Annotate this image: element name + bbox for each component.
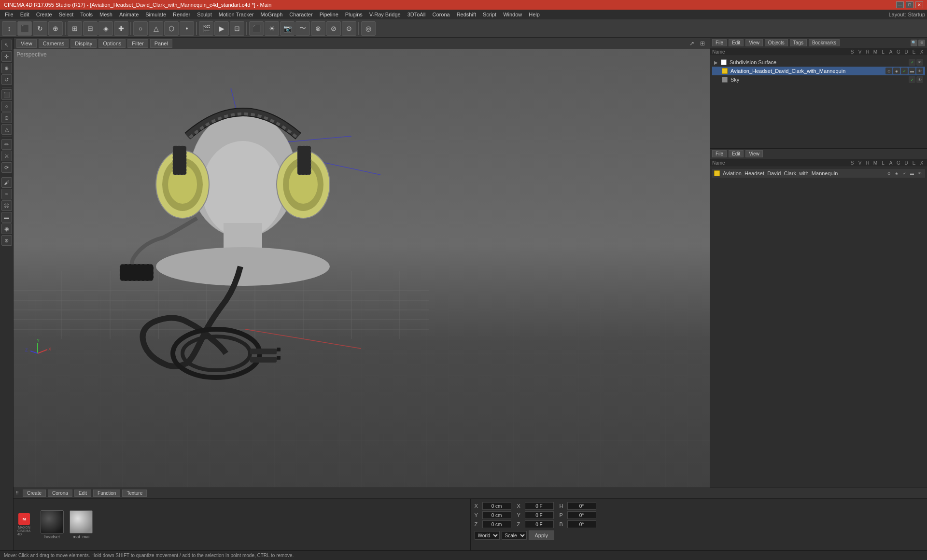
sidebar-rotate[interactable]: ↺ xyxy=(1,74,12,85)
viewport-canvas[interactable]: X Y Z Perspective Grid Spacing : 10 cm xyxy=(14,49,710,537)
menu-pipeline[interactable]: Pipeline xyxy=(317,11,341,18)
menu-file[interactable]: File xyxy=(2,11,16,18)
x-size-input[interactable] xyxy=(525,502,554,510)
sidebar-pen[interactable]: ✏ xyxy=(1,139,12,150)
obj-icon-sky-1[interactable]: ✓ xyxy=(909,76,915,83)
sidebar-sphere[interactable]: ○ xyxy=(1,101,12,112)
world-dropdown[interactable]: World xyxy=(475,531,500,540)
z-size-input[interactable] xyxy=(525,520,554,528)
obj-icon-sky-2[interactable]: 👁 xyxy=(916,76,923,83)
menu-select[interactable]: Select xyxy=(56,11,77,18)
obj-icon-check[interactable]: ✓ xyxy=(909,59,915,66)
toolbar-point-mode[interactable]: • xyxy=(180,21,194,36)
sidebar-move[interactable]: ✛ xyxy=(1,51,12,62)
x-pos-input[interactable] xyxy=(482,502,511,510)
vp-tab-display[interactable]: Display xyxy=(70,39,97,48)
sidebar-cone[interactable]: △ xyxy=(1,124,12,135)
mat-tab-function[interactable]: Function xyxy=(93,490,120,497)
toolbar-render[interactable]: ▶ xyxy=(214,21,229,36)
b-input[interactable] xyxy=(567,520,596,528)
attr-selected-item[interactable]: Aviation_Headset_David_Clark_with_Manneq… xyxy=(712,169,925,178)
menu-script[interactable]: Script xyxy=(480,11,499,18)
apply-button[interactable]: Apply xyxy=(529,531,555,540)
menu-window[interactable]: Window xyxy=(500,11,525,18)
sidebar-sculpt[interactable]: ⌘ xyxy=(1,200,12,211)
mat-tab-create[interactable]: Create xyxy=(23,490,46,497)
vp-tab-cameras[interactable]: Cameras xyxy=(39,39,69,48)
obj-mgr-icon-1[interactable]: 🔍 xyxy=(911,40,917,46)
attr-icon-3[interactable]: ✓ xyxy=(901,170,908,177)
attr-icon-4[interactable]: ▬ xyxy=(909,170,915,177)
sidebar-loop[interactable]: ⟳ xyxy=(1,162,12,173)
obj-tags-menu[interactable]: Tags xyxy=(790,39,807,46)
toolbar-render-view[interactable]: 🎬 xyxy=(199,21,213,36)
obj-bookmarks-menu[interactable]: Bookmarks xyxy=(809,39,840,46)
vp-layout-icon[interactable]: ⊞ xyxy=(698,39,707,48)
toolbar-poly-mode[interactable]: △ xyxy=(149,21,163,36)
mat-item-main[interactable]: mat_mai xyxy=(70,510,93,539)
menu-motion-tracker[interactable]: Motion Tracker xyxy=(216,11,257,18)
menu-edit[interactable]: Edit xyxy=(17,11,32,18)
toolbar-move-tool[interactable]: ↕ xyxy=(2,21,16,36)
sidebar-wax[interactable]: ⊛ xyxy=(1,235,12,246)
attr-icon-2[interactable]: ◈ xyxy=(893,170,900,177)
menu-plugins[interactable]: Plugins xyxy=(342,11,365,18)
obj-icon-headset-5[interactable]: 👁 xyxy=(916,68,923,74)
toolbar-select-tool[interactable]: ⬛ xyxy=(17,21,32,36)
obj-edit-menu[interactable]: Edit xyxy=(729,39,744,46)
vp-maximize-icon[interactable]: ↗ xyxy=(688,39,696,48)
sidebar-select[interactable]: ↖ xyxy=(1,40,12,50)
vp-tab-filter[interactable]: Filter xyxy=(127,39,148,48)
attr-edit-menu[interactable]: Edit xyxy=(729,150,744,157)
attr-view-menu[interactable]: View xyxy=(745,150,763,157)
attr-icon-1[interactable]: ⊙ xyxy=(885,170,892,177)
toolbar-obj-mode[interactable]: ○ xyxy=(133,21,148,36)
close-button[interactable]: ✕ xyxy=(915,1,923,8)
toolbar-render-region[interactable]: ⊡ xyxy=(230,21,244,36)
obj-objects-menu[interactable]: Objects xyxy=(765,39,788,46)
sidebar-knife[interactable]: ⚔ xyxy=(1,151,12,161)
h-input[interactable] xyxy=(567,502,596,510)
toolbar-light[interactable]: ☀ xyxy=(265,21,279,36)
obj-item-subdivision[interactable]: ▶ Subdivision Surface ✓ 👁 xyxy=(712,58,925,67)
minimize-button[interactable]: — xyxy=(896,1,904,8)
obj-icon-headset-3[interactable]: ✓ xyxy=(901,68,908,74)
y-size-input[interactable] xyxy=(525,511,554,519)
sidebar-flatten[interactable]: ▬ xyxy=(1,212,12,223)
toolbar-rotate-tool[interactable]: ↻ xyxy=(33,21,47,36)
menu-tools[interactable]: Tools xyxy=(77,11,96,18)
toolbar-axis[interactable]: ✚ xyxy=(114,21,128,36)
mat-tab-edit[interactable]: Edit xyxy=(74,490,91,497)
scale-dropdown[interactable]: Scale xyxy=(502,531,527,540)
toolbar-deformer[interactable]: ⊘ xyxy=(326,21,341,36)
attr-icon-5[interactable]: 👁 xyxy=(916,170,923,177)
sidebar-paint[interactable]: 🖌 xyxy=(1,177,12,188)
toolbar-workplane[interactable]: ◈ xyxy=(98,21,113,36)
obj-mgr-icon-2[interactable]: ⊕ xyxy=(918,40,925,46)
obj-item-sky[interactable]: Sky ✓ 👁 xyxy=(712,75,925,84)
sidebar-smooth[interactable]: ≈ xyxy=(1,189,12,199)
obj-icon-headset-2[interactable]: ◈ xyxy=(893,68,900,74)
p-input[interactable] xyxy=(567,511,596,519)
toolbar-grid[interactable]: ⊟ xyxy=(83,21,98,36)
menu-animate[interactable]: Animate xyxy=(116,11,141,18)
obj-icon-headset-4[interactable]: ▬ xyxy=(909,68,915,74)
mat-item-headset[interactable]: headset xyxy=(41,510,64,539)
toolbar-scale-tool[interactable]: ⊕ xyxy=(48,21,63,36)
menu-help[interactable]: Help xyxy=(526,11,543,18)
obj-icon-headset-1[interactable]: ⊙ xyxy=(885,68,892,74)
menu-redshift[interactable]: Redshift xyxy=(454,11,479,18)
toolbar-material[interactable]: ◎ xyxy=(361,21,376,36)
sidebar-scale[interactable]: ⊕ xyxy=(1,63,12,73)
menu-vray[interactable]: V-Ray Bridge xyxy=(366,11,404,18)
attr-file-menu[interactable]: File xyxy=(712,150,727,157)
sidebar-cylinder[interactable]: ⊙ xyxy=(1,112,12,123)
menu-mograph[interactable]: MoGraph xyxy=(257,11,285,18)
obj-icon-vis[interactable]: 👁 xyxy=(916,59,923,66)
toolbar-effector[interactable]: ⊙ xyxy=(342,21,356,36)
sidebar-box[interactable]: ⬛ xyxy=(1,89,12,100)
toolbar-nurbs[interactable]: ⊗ xyxy=(311,21,325,36)
vp-tab-view[interactable]: View xyxy=(16,39,37,48)
menu-mesh[interactable]: Mesh xyxy=(97,11,115,18)
mat-tab-texture[interactable]: Texture xyxy=(122,490,147,497)
